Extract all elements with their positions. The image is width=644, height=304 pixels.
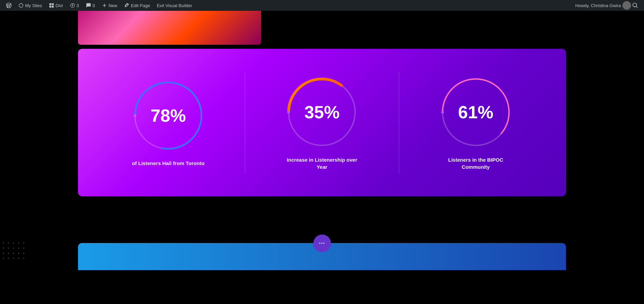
updates-count: 3 [77,3,79,8]
svg-point-27 [23,252,24,254]
svg-point-17 [23,242,24,244]
stat-label-toronto: of Listeners Hail from Toronto [132,160,204,167]
svg-point-28 [3,258,4,259]
edit-page-label: Edit Page [131,3,150,8]
svg-rect-3 [52,6,54,8]
exit-visual-builder-button[interactable]: Exit Visual Builder [153,0,196,11]
updates-menu[interactable]: 3 [66,0,82,11]
stat-value-listenership: 35% [304,103,339,121]
divi-label: Divi [56,3,63,8]
stat-label-listenership: Increase in Listenership over Year [285,156,359,170]
user-info: Howdy, Christina Gwira [572,1,641,10]
stat-item-bipoc: 61% Listeners in the BIPOC Community [399,68,552,177]
svg-point-24 [8,252,9,254]
circle-listenership: 35% [285,75,359,149]
section-options-button[interactable] [313,235,331,252]
admin-bar: My Sites Divi 3 0 New Edit Page Exit Vis… [0,0,644,11]
new-content-menu[interactable]: New [98,0,121,11]
my-sites-label: My Sites [25,3,42,8]
svg-point-12 [441,111,444,114]
divi-menu[interactable]: Divi [45,0,66,11]
stat-item-listenership: 35% Increase in Listenership over Year [245,68,398,177]
svg-point-6 [134,114,136,117]
edit-page-button[interactable]: Edit Page [121,0,153,11]
svg-point-31 [18,258,19,259]
stat-label-bipoc: Listeners in the BIPOC Community [438,156,513,170]
stat-value-bipoc: 61% [458,103,493,121]
svg-point-26 [18,252,19,254]
decorative-dots [0,236,68,263]
svg-point-21 [18,247,19,249]
svg-point-13 [3,242,4,244]
svg-point-29 [8,258,9,259]
svg-rect-0 [49,3,51,5]
svg-point-25 [13,252,14,254]
wordpress-logo[interactable] [3,0,15,11]
my-sites-menu[interactable]: My Sites [15,0,45,11]
comments-menu[interactable]: 0 [82,0,98,11]
stat-item-toronto: 78% of Listeners Hail from Toronto [92,72,245,174]
circle-bipoc: 61% [438,75,513,149]
comments-count: 0 [93,3,95,8]
exit-visual-builder-label: Exit Visual Builder [157,3,192,8]
user-avatar[interactable] [622,1,631,10]
page-content: 78% of Listeners Hail from Toronto 35% I… [0,11,644,304]
svg-point-20 [13,247,14,249]
svg-point-32 [23,258,24,259]
new-label: New [109,3,117,8]
howdy-text: Howdy, Christina Gwira [575,3,621,8]
svg-rect-1 [52,3,54,5]
svg-rect-2 [49,6,51,8]
hero-image [78,11,261,45]
stats-section: 78% of Listeners Hail from Toronto 35% I… [78,49,566,196]
svg-point-22 [23,247,24,249]
svg-point-14 [8,242,9,244]
svg-point-15 [13,242,14,244]
svg-point-18 [3,247,4,249]
svg-point-16 [18,242,19,244]
stat-value-toronto: 78% [151,107,186,124]
svg-point-23 [3,252,4,254]
circle-toronto: 78% [131,78,206,153]
svg-point-19 [8,247,9,249]
search-icon[interactable] [632,3,638,8]
svg-point-30 [13,258,14,259]
